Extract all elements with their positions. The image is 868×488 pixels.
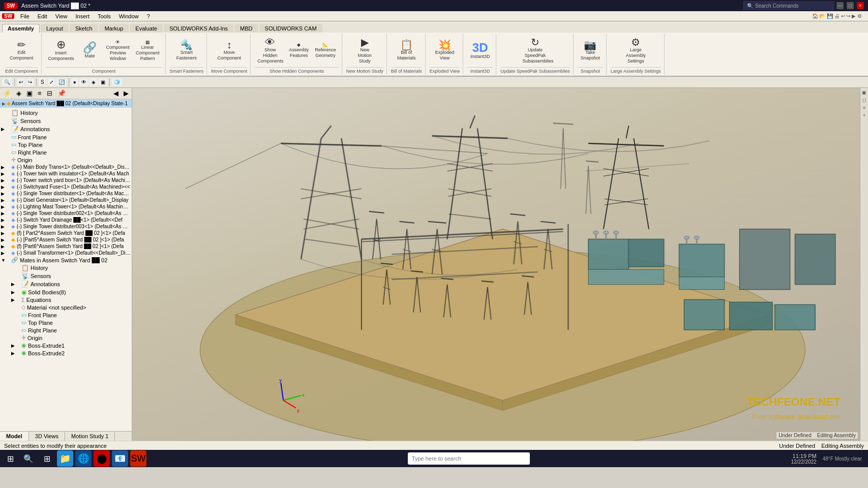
tab-evaluate[interactable]: Evaluate	[130, 24, 163, 33]
tree-item-switch-yard-drainage[interactable]: ▶ ◈ (-) Switch Yard Drainage ██<1> (Defa…	[1, 217, 131, 223]
show-tree-items[interactable]: ◈	[14, 89, 23, 98]
btn-mate[interactable]: 🔗 Mate	[77, 40, 103, 62]
tree-root[interactable]: ▶ ◆ Assem Switch Yard ██ 02 (Default<Dis…	[0, 99, 132, 108]
btn-instant3d[interactable]: 3D Instant3D	[467, 39, 493, 62]
tree-item-single-tower-dist1[interactable]: ▶ ◈ (-) Single Tower distributer<1> (Def…	[1, 190, 131, 197]
tree-item-part5-assem[interactable]: ▶ ◆ (-) [Part5^Assem Switch Yard ██ 02 ]…	[1, 236, 131, 243]
taskbar-explorer[interactable]: 📁	[57, 450, 73, 467]
btn-exploded-view[interactable]: 💥 ExplodedView	[432, 37, 458, 64]
tree-display-mode[interactable]: ≡	[36, 89, 44, 98]
vp-tool-3[interactable]: ≡	[861, 104, 868, 111]
tree-item-mates-history[interactable]: 📋 History	[1, 264, 131, 272]
tab-solidworks-addins[interactable]: SOLIDWORKS Add-Ins	[164, 24, 233, 33]
tab-sketch[interactable]: Sketch	[70, 24, 98, 33]
tree-item-tower-switch-box[interactable]: ▶ ◈ (-) Tower switch yard box<1> (Defaul…	[1, 177, 131, 184]
tool-view-orientation[interactable]: 🧊	[112, 78, 122, 86]
tab-markup[interactable]: Markup	[99, 24, 129, 33]
btn-edit-component[interactable]: ✏ EditComponent	[7, 37, 36, 64]
tab-motion-study[interactable]: Motion Study 1	[65, 432, 115, 441]
tree-nav-up[interactable]: ◀	[111, 89, 121, 98]
btn-new-motion-study[interactable]: ▶ NewMotionStudy	[352, 35, 377, 66]
vp-tool-1[interactable]: ▣	[861, 89, 868, 96]
pin-tree[interactable]: 📌	[55, 89, 68, 98]
taskbar-solidworks[interactable]: SW	[130, 450, 146, 467]
tree-item-switchyard-fuse[interactable]: ▶ ◈ (-) Switchyard Fuse<1> (Default<As M…	[1, 184, 131, 190]
btn-smart-fasteners[interactable]: 🔩 SmartFasteners	[174, 37, 199, 64]
search-commands-input[interactable]: 🔍 Search Commands	[743, 1, 834, 10]
tree-item-top-plane[interactable]: ▭ Top Plane	[1, 141, 131, 148]
tree-item-single-tower-dist3[interactable]: ▶ ◈ (-) Single Tower distributer003<1> (…	[1, 223, 131, 230]
btn-move-component[interactable]: ↕ MoveComponent	[215, 37, 244, 64]
tree-item-boss-extrude1[interactable]: ▶ ◉ Boss-Extrude1	[1, 342, 131, 349]
viewport[interactable]: x y z TECHFEONE.NET Free software downlo…	[132, 88, 868, 441]
tree-item-mates[interactable]: ▼ 🔗 Mates in Assem Switch Yard ██ 02	[1, 256, 131, 264]
btn-assembly-features[interactable]: ◆ AssemblyFeatures	[286, 41, 311, 60]
tree-item-boss-extrude2[interactable]: ▶ ◉ Boss-Extrude2	[1, 349, 131, 357]
tool-search[interactable]: 🔍	[2, 78, 12, 86]
tool-appearance[interactable]: ◈	[89, 78, 98, 86]
menu-help[interactable]: ?	[143, 12, 154, 20]
tree-item-annotations[interactable]: ▶ 📝 Annotations	[1, 125, 131, 133]
btn-linear-pattern[interactable]: ▦ LinearComponentPattern	[133, 38, 162, 63]
btn-speedpak[interactable]: ↻ UpdateSpeedPakSubassemblies	[520, 35, 550, 66]
tab-model[interactable]: Model	[0, 432, 29, 441]
tab-mbd[interactable]: MBD	[234, 24, 258, 33]
tree-nav-down[interactable]: ▶	[122, 89, 131, 98]
menu-edit[interactable]: Edit	[34, 12, 51, 20]
taskbar-search-input[interactable]	[408, 452, 530, 465]
tree-item-single-tower-dist2[interactable]: ▶ ◈ (-) Single Tower distributer002<1> (…	[1, 210, 131, 217]
tab-solidworks-cam[interactable]: SOLIDWORKS CAM	[259, 24, 322, 33]
btn-reference-geometry[interactable]: 📐 ReferenceGeometry	[312, 41, 339, 60]
tree-item-tower-twin[interactable]: ▶ ◈ (-) Tower twin with insulator<1> (De…	[1, 170, 131, 177]
tab-3d-views[interactable]: 3D Views	[29, 432, 65, 441]
tool-redo[interactable]: ↪	[26, 78, 34, 86]
menu-tools[interactable]: Tools	[94, 12, 115, 20]
tree-item-lighting-mast[interactable]: ▶ ◈ (-) Lighting Mast Tower<1> (Default<…	[1, 203, 131, 210]
menu-insert[interactable]: Insert	[71, 12, 94, 20]
tool-section-view[interactable]: ▣	[99, 78, 107, 86]
taskbar-chrome[interactable]: ⬤	[94, 450, 110, 467]
task-view-button[interactable]: ⊞	[39, 450, 55, 467]
tool-display-style[interactable]: ●	[71, 78, 78, 86]
tool-rotate[interactable]: 🔄	[56, 78, 67, 86]
tree-item-right-plane[interactable]: ▭ Right Plane	[1, 148, 131, 156]
tree-item-sub-front-plane[interactable]: ▭ Front Plane	[1, 311, 131, 319]
btn-insert-components[interactable]: ⊕ InsertComponents	[46, 37, 76, 64]
tree-item-origin[interactable]: ✛ Origin	[1, 156, 131, 164]
tree-item-part6-assem[interactable]: ▶ ◆ (f) [Part6^Assem Switch Yard ██ 02 ]…	[1, 243, 131, 250]
tree-item-front-plane[interactable]: ▭ Front Plane	[1, 133, 131, 141]
tool-undo[interactable]: ↩	[17, 78, 25, 86]
taskbar-mail[interactable]: 📧	[112, 450, 128, 467]
tool-zoom-fit[interactable]: ⤢	[47, 78, 55, 86]
tool-hide-show[interactable]: 👁	[79, 78, 88, 86]
tree-item-diesel-gen[interactable]: ▶ ◈ (-) Disel Generator<1> (Default<Defa…	[1, 197, 131, 203]
collapse-all[interactable]: ⊟	[45, 89, 54, 98]
taskbar-edge[interactable]: 🌐	[75, 450, 92, 467]
btn-component-preview[interactable]: 👁 ComponentPreviewWindow	[104, 38, 133, 63]
minimize-button[interactable]: —	[836, 2, 844, 9]
btn-take-snapshot[interactable]: 📷 TakeSnapshot	[578, 37, 603, 64]
filter-icon[interactable]: ⚡	[1, 89, 13, 98]
tree-item-mates-sensors[interactable]: 📡 Sensors	[1, 272, 131, 280]
restore-button[interactable]: □	[847, 2, 854, 9]
hide-tree-items[interactable]: ▣	[24, 89, 35, 98]
menu-file[interactable]: File	[16, 12, 34, 20]
btn-large-assembly-settings[interactable]: ⚙ LargeAssemblySettings	[623, 35, 648, 66]
tree-item-main-body[interactable]: ▶ ◈ (-) Main Body Trans<1> (Default<<Def…	[1, 164, 131, 170]
tree-item-solid-bodies[interactable]: ▶ ◉ Solid Bodies(8)	[1, 288, 131, 296]
tree-item-equations[interactable]: ▶ Σ Equations	[1, 296, 131, 303]
vp-tool-4[interactable]: +	[861, 112, 868, 119]
search-button[interactable]: 🔍	[20, 450, 37, 467]
tree-item-history[interactable]: 📋 History	[1, 109, 131, 117]
menu-window[interactable]: Window	[115, 12, 143, 20]
tree-item-material[interactable]: ◇ Material <not specified>	[1, 303, 131, 311]
btn-show-hidden[interactable]: 👁 ShowHiddenComponents	[255, 35, 285, 66]
tab-assembly[interactable]: Assembly	[2, 24, 40, 33]
vp-tool-2[interactable]: ◻	[861, 97, 868, 104]
tool-select[interactable]: S	[39, 78, 46, 86]
btn-bill-of-materials[interactable]: 📋 Bill ofMaterials	[394, 37, 419, 64]
tab-layout[interactable]: Layout	[41, 24, 69, 33]
start-button[interactable]: ⊞	[2, 450, 18, 467]
tree-item-sub-origin[interactable]: ✛ Origin	[1, 334, 131, 342]
tree-item-sub-top-plane[interactable]: ▭ Top Plane	[1, 319, 131, 326]
